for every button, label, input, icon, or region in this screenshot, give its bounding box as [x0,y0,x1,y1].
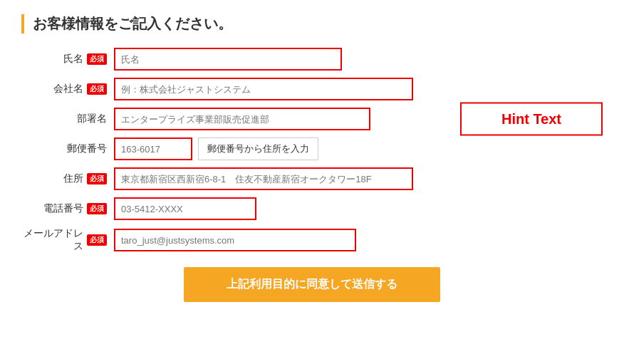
label-department: 部署名 [21,113,114,125]
required-badge-company: 必須 [87,83,107,95]
form-row-phone: 電話番号 必須 [21,197,603,220]
label-phone: 電話番号 必須 [21,202,114,215]
form-row-department: 部署名 Hint Text [21,108,603,130]
form-row-email: メールアドレス 必須 [21,227,603,253]
page-header: お客様情報をご記入ください。 [21,14,603,33]
label-postal: 郵便番号 [21,142,114,155]
required-badge-name: 必須 [87,53,107,65]
form-row-name: 氏名 必須 [21,48,603,71]
label-name: 氏名 必須 [21,53,114,66]
page-title: お客様情報をご記入ください。 [33,14,232,33]
label-company: 会社名 必須 [21,83,114,95]
hint-text-box: Hint Text [460,103,603,136]
input-company[interactable] [114,78,413,100]
label-address: 住所 必須 [21,172,114,185]
form-row-address: 住所 必須 [21,167,603,190]
input-postal[interactable] [114,137,192,160]
required-badge-email: 必須 [87,234,107,246]
input-address[interactable] [114,167,413,190]
submit-button[interactable]: 上記利用目的に同意して送信する [184,267,440,302]
required-badge-phone: 必須 [87,203,107,214]
input-email[interactable] [114,229,356,251]
submit-row: 上記利用目的に同意して送信する [21,267,603,302]
input-name[interactable] [114,48,342,71]
input-phone[interactable] [114,197,256,220]
input-department[interactable] [114,108,370,130]
form-row-postal: 郵便番号 郵便番号から住所を入力 [21,137,603,160]
form-row-company: 会社名 必須 [21,78,603,100]
label-email: メールアドレス 必須 [21,227,114,253]
postal-lookup-button[interactable]: 郵便番号から住所を入力 [198,137,318,160]
customer-form: 氏名 必須 会社名 必須 部署名 Hint Text 郵便番号 郵便番号から住所… [21,48,603,302]
required-badge-address: 必須 [87,173,107,184]
